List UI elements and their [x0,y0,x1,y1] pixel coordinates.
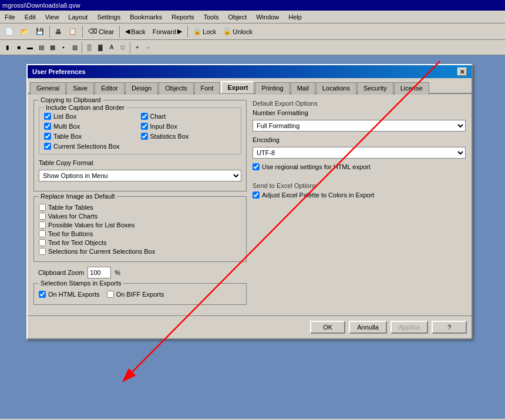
tb2-btn-5[interactable]: ▦ [47,42,58,53]
tab-printing[interactable]: Printing [255,82,289,95]
print-button[interactable]: 🖶 [52,25,65,38]
menu-bookmarks[interactable]: Bookmarks [127,13,164,21]
menu-object[interactable]: Object [225,13,249,21]
checkbox-statistics-box-input[interactable] [141,133,148,140]
tb2-text[interactable]: A [106,42,117,53]
use-regional-input[interactable] [253,163,260,170]
lock-button[interactable]: 🔒 Lock [190,25,219,38]
back-button[interactable]: ◀ Back [122,25,148,38]
on-html-exports-input[interactable] [39,291,46,298]
tb2-btn-3[interactable]: ▬ [25,42,35,53]
new-button[interactable]: 📄 [2,25,16,38]
dialog-footer: OK Annulla Applica ? [28,315,472,338]
checkbox-table-box-input[interactable] [44,133,51,140]
checkbox-text-buttons-input[interactable] [39,230,46,237]
checkbox-multi-box-label: Multi Box [53,123,80,130]
checkbox-input-box-label: Input Box [150,123,177,130]
unlock-button[interactable]: 🔓 Unlock [220,25,255,38]
table-copy-format-select[interactable]: Show Options in Menu Plain Text HTML [39,170,241,182]
checkbox-multi-box-input[interactable] [44,123,51,130]
menu-edit[interactable]: Edit [22,13,38,21]
clipboard-zoom-input[interactable] [87,267,111,278]
checkbox-chart-label: Chart [150,113,166,120]
number-formatting-select[interactable]: Full Formatting No Formatting Regional F… [253,120,466,132]
on-biff-exports-input[interactable] [107,291,114,298]
tb2-btn-1[interactable]: ▮ [2,42,13,53]
checkbox-text-objects-input[interactable] [39,239,46,246]
close-button[interactable]: ✕ [457,68,467,76]
tab-locations[interactable]: Locations [316,82,356,95]
tab-font[interactable]: Font [194,82,220,95]
tb2-btn-6[interactable]: ▪ [58,42,69,53]
checkbox-table-tables-input[interactable] [39,204,46,211]
sep1 [49,26,50,38]
tb2-chart[interactable]: ▒ [84,42,95,53]
lock-icon: 🔒 [193,28,201,35]
checkbox-selections-current-input[interactable] [39,248,46,255]
menu-reports[interactable]: Reports [169,13,197,21]
tab-save[interactable]: Save [66,82,94,95]
clear-icon: ⌫ [88,28,97,35]
tab-general[interactable]: General [30,82,66,95]
menu-file[interactable]: File [2,13,18,21]
checkbox-values-charts-input[interactable] [39,213,46,220]
save-button[interactable]: 💾 [33,25,47,38]
checkbox-possible-values-label: Possible Values for List Boxes [48,221,134,229]
help-button[interactable]: ? [432,321,467,334]
checkbox-text-buttons: Text for Buttons [39,230,241,237]
selection-stamps-content: On HTML Exports On BIFF Exports [39,291,241,300]
tab-objects[interactable]: Objects [159,82,193,95]
tb2-btn-7[interactable]: ▨ [69,42,80,53]
use-regional-row: Use regional settings for HTML export [253,163,466,170]
encoding-select[interactable]: UTF-8 UTF-16 ANSI [253,147,466,159]
replace-image-group: Replace Image as Default Table for Table… [33,196,247,262]
menu-window[interactable]: Window [254,13,281,21]
checkbox-text-buttons-label: Text for Buttons [48,230,93,237]
checkbox-chart-input[interactable] [141,113,148,120]
tab-export[interactable]: Export [221,81,255,93]
menu-view[interactable]: View [43,13,62,21]
adjust-excel-input[interactable] [253,191,260,199]
tb2-zoom-in[interactable]: + [132,42,143,53]
tab-mail[interactable]: Mail [291,82,315,95]
forward-icon: ▶ [177,28,182,35]
left-panel: Copying to Clipboard Include Caption and… [33,100,247,310]
clipboard-zoom-label: Clipboard Zoom [38,269,84,276]
main-toolbar: 📄 📂 💾 🖶 📋 ⌫ Clear ◀ Back Forward ▶ 🔒 Loc… [0,23,505,40]
open-button[interactable]: 📂 [18,25,32,38]
clear-button[interactable]: ⌫ Clear [85,25,117,38]
menu-settings[interactable]: Settings [95,13,123,21]
tb2-btn-11[interactable]: □ [117,42,128,53]
copy-button[interactable]: 📋 [66,25,80,38]
sep2 [82,26,83,38]
tab-editor[interactable]: Editor [95,82,124,95]
on-biff-exports-row: On BIFF Exports [107,291,164,298]
checkbox-current-selections-input[interactable] [44,143,51,150]
annulla-button[interactable]: Annulla [349,321,387,334]
checkbox-text-objects-label: Text for Text Objects [48,239,106,246]
checkbox-input-box-input[interactable] [141,123,148,130]
checkbox-list-box-input[interactable] [44,113,51,120]
checkbox-text-objects: Text for Text Objects [39,239,241,246]
number-formatting-section: Number Formatting Full Formatting No For… [253,109,466,132]
selection-stamps-group: Selection Stamps in Exports On HTML Expo… [33,283,247,305]
encoding-row: Encoding [253,136,466,143]
menu-layout[interactable]: Layout [66,13,90,21]
on-html-exports-label: On HTML Exports [48,291,100,298]
tb2-btn-2[interactable]: ■ [14,42,24,53]
checkbox-selections-current-label: Selections for Current Selections Box [48,248,155,255]
tab-security[interactable]: Security [357,82,393,95]
tb2-table[interactable]: ▓ [95,42,106,53]
checkbox-input-box: Input Box [141,123,237,130]
tb2-btn-4[interactable]: ▤ [36,42,46,53]
menu-tools[interactable]: Tools [201,13,221,21]
use-regional-label: Use regional settings for HTML export [262,163,371,170]
forward-button[interactable]: Forward ▶ [150,25,185,38]
tab-design[interactable]: Design [125,82,158,95]
menu-help[interactable]: Help [286,13,304,21]
tab-license[interactable]: License [394,82,429,95]
checkbox-possible-values-input[interactable] [39,221,46,229]
tb2-zoom-out[interactable]: - [143,42,154,53]
applica-button[interactable]: Applica [390,321,428,334]
ok-button[interactable]: OK [310,321,345,334]
